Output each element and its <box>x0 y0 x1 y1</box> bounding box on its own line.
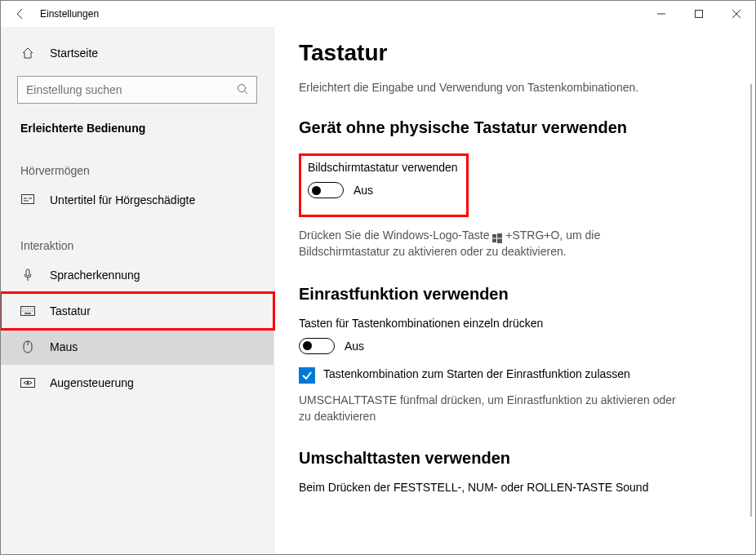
svg-rect-21 <box>24 313 31 313</box>
sticky-toggle-state: Aus <box>345 340 364 353</box>
window-title: Einstellungen <box>40 8 643 20</box>
sticky-toggle-label: Tasten für Tastenkombinationen einzeln d… <box>299 317 731 330</box>
svg-point-15 <box>32 308 33 309</box>
sticky-hint: UMSCHALTTASTE fünfmal drücken, um Einras… <box>299 392 691 425</box>
sidebar-item-subtitles[interactable]: Untertitel für Hörgeschädigte <box>1 182 273 218</box>
sidebar-category: Erleichterte Bedienung <box>1 122 273 135</box>
osk-toggle-label: Bildschirmtastatur verwenden <box>308 161 458 174</box>
sidebar: Startseite Erleichterte Bedienung Hörver… <box>1 27 274 554</box>
settings-window: Einstellungen Startseite <box>0 0 756 555</box>
sidebar-item-label: Spracherkennung <box>50 269 140 282</box>
search-box[interactable] <box>17 76 257 104</box>
back-button[interactable] <box>1 7 40 20</box>
search-input[interactable] <box>26 83 230 96</box>
svg-point-12 <box>24 308 25 309</box>
keyboard-icon <box>20 306 35 316</box>
eyecontrol-icon <box>20 378 35 388</box>
svg-point-16 <box>22 310 23 311</box>
svg-rect-8 <box>26 269 29 276</box>
sticky-shortcut-label: Tastenkombination zum Starten der Einras… <box>323 367 630 380</box>
svg-rect-26 <box>492 234 496 238</box>
svg-point-20 <box>32 310 33 311</box>
sidebar-item-label: Tastatur <box>50 304 91 317</box>
sidebar-item-speech[interactable]: Spracherkennung <box>1 257 273 293</box>
svg-point-25 <box>27 382 29 384</box>
svg-rect-4 <box>22 195 34 204</box>
search-icon <box>237 83 248 97</box>
sticky-shortcut-checkbox[interactable] <box>299 367 315 384</box>
svg-point-13 <box>27 308 28 309</box>
page-title: Tastatur <box>299 40 731 66</box>
sidebar-group-interaction: Interaktion <box>1 239 273 252</box>
home-icon <box>20 47 35 60</box>
sidebar-item-mouse[interactable]: Maus <box>1 329 273 365</box>
sidebar-item-label: Maus <box>50 340 78 353</box>
microphone-icon <box>20 269 35 282</box>
svg-rect-29 <box>497 239 502 244</box>
sidebar-item-label: Startseite <box>50 47 98 60</box>
subtitles-icon <box>20 194 35 206</box>
section-heading-osk: Gerät ohne physische Tastatur verwenden <box>299 118 731 137</box>
svg-rect-1 <box>696 11 703 18</box>
togglekeys-label: Beim Drücken der FESTSTELL-, NUM- oder R… <box>299 481 731 494</box>
osk-toggle[interactable] <box>308 182 344 198</box>
sidebar-item-label: Untertitel für Hörgeschädigte <box>50 193 195 206</box>
sidebar-group-hearing: Hörvermögen <box>1 164 273 177</box>
sidebar-home[interactable]: Startseite <box>1 35 273 71</box>
svg-rect-27 <box>497 233 502 238</box>
content-pane: Tastatur Erleichtert die Eingabe und Ver… <box>274 27 755 554</box>
svg-rect-28 <box>492 239 496 243</box>
close-button[interactable] <box>718 1 755 27</box>
svg-point-17 <box>24 310 25 311</box>
svg-point-19 <box>29 310 30 311</box>
section-heading-togglekeys: Umschalttasten verwenden <box>299 449 731 468</box>
maximize-button[interactable] <box>680 1 718 27</box>
svg-point-18 <box>27 310 28 311</box>
minimize-button[interactable] <box>643 1 680 27</box>
titlebar: Einstellungen <box>1 1 755 27</box>
osk-hint: Drücken Sie die Windows-Logo-Taste +STRG… <box>299 227 691 260</box>
sidebar-item-keyboard[interactable]: Tastatur <box>1 293 273 329</box>
page-subtitle: Erleichtert die Eingabe und Verwendung v… <box>299 81 731 94</box>
svg-point-2 <box>238 84 246 91</box>
svg-point-11 <box>22 308 23 309</box>
svg-point-14 <box>29 308 30 309</box>
annotation-highlight-osk: Bildschirmtastatur verwenden Aus <box>299 153 469 217</box>
sticky-toggle[interactable] <box>299 338 335 354</box>
svg-line-3 <box>245 91 248 94</box>
sidebar-item-label: Augensteuerung <box>50 376 134 389</box>
sidebar-item-eyecontrol[interactable]: Augensteuerung <box>1 365 273 401</box>
section-heading-sticky: Einrastfunktion verwenden <box>299 285 731 304</box>
scrollbar[interactable] <box>750 84 752 517</box>
mouse-icon <box>20 340 35 353</box>
windows-key-icon <box>492 231 502 241</box>
osk-toggle-state: Aus <box>354 184 373 197</box>
